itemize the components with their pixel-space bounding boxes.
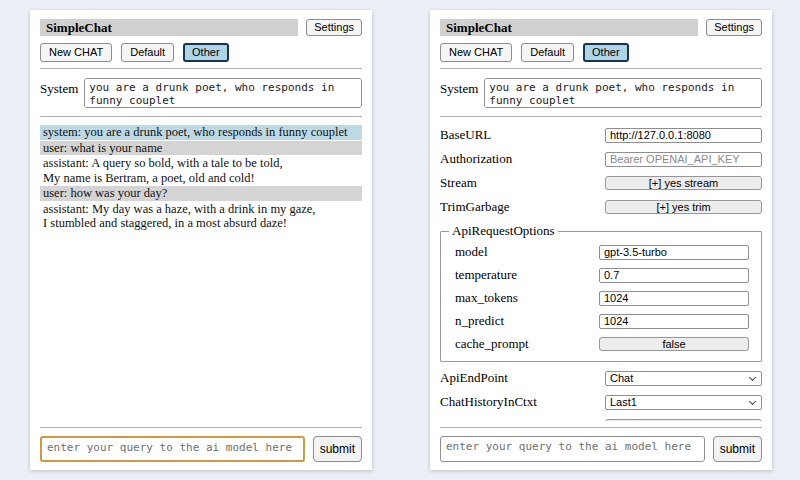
settings-form: BaseURL Authorization Stream [+] yes str…	[440, 127, 762, 421]
session-toolbar: New CHAT Default Other	[440, 43, 762, 62]
header: SimpleChat Settings	[40, 19, 362, 36]
authorization-input[interactable]	[605, 152, 762, 167]
new-chat-button[interactable]: New CHAT	[440, 43, 512, 62]
session-tab-other[interactable]: Other	[583, 43, 629, 62]
max-tokens-input[interactable]	[599, 291, 749, 306]
settings-button[interactable]: Settings	[706, 19, 762, 36]
chat-message-user: user: how was your day?	[40, 186, 362, 201]
setting-row-completion-fresh: CompletionFreshChatAlways [+] yes fresh	[440, 418, 762, 421]
query-row: submit	[40, 436, 362, 462]
setting-row-stream: Stream [+] yes stream	[440, 175, 762, 191]
divider	[440, 116, 762, 117]
model-label: model	[455, 244, 599, 260]
divider	[40, 427, 362, 428]
cache-prompt-toggle-button[interactable]: false	[599, 337, 749, 351]
stream-toggle-button[interactable]: [+] yes stream	[605, 176, 762, 190]
setting-row-model: model	[455, 244, 749, 260]
chat-message-system: system: you are a drunk poet, who respon…	[40, 125, 362, 140]
chevron-down-icon	[749, 373, 756, 380]
system-prompt-input[interactable]: you are a drunk poet, who responds in fu…	[484, 78, 762, 108]
api-endpoint-select[interactable]: Chat	[605, 371, 762, 386]
temperature-label: temperature	[455, 267, 599, 283]
stream-label: Stream	[440, 175, 605, 191]
system-label: System	[440, 78, 478, 97]
session-tab-default[interactable]: Default	[521, 43, 574, 62]
session-toolbar: New CHAT Default Other	[40, 43, 362, 62]
setting-row-trimgarbage: TrimGarbage [+] yes trim	[440, 199, 762, 215]
chat-history-value: Last1	[610, 396, 750, 408]
baseurl-input[interactable]	[605, 128, 762, 143]
chat-history-label: ChatHistoryInCtxt	[440, 394, 605, 410]
header: SimpleChat Settings	[440, 19, 762, 36]
settings-panel: SimpleChat Settings New CHAT Default Oth…	[430, 10, 772, 470]
divider	[440, 68, 762, 69]
setting-row-authorization: Authorization	[440, 151, 762, 167]
system-label: System	[40, 78, 78, 97]
completion-fresh-label: CompletionFreshChatAlways	[440, 418, 605, 421]
setting-row-baseurl: BaseURL	[440, 127, 762, 143]
n-predict-label: n_predict	[455, 313, 599, 329]
setting-row-n-predict: n_predict	[455, 313, 749, 329]
query-row: submit	[440, 436, 762, 462]
divider	[440, 427, 762, 428]
query-input[interactable]	[440, 436, 705, 462]
chat-panel: SimpleChat Settings New CHAT Default Oth…	[30, 10, 372, 470]
trimgarbage-label: TrimGarbage	[440, 199, 605, 215]
submit-button[interactable]: submit	[713, 436, 762, 462]
chevron-down-icon	[749, 397, 756, 404]
new-chat-button[interactable]: New CHAT	[40, 43, 112, 62]
api-request-options-legend: ApiRequestOptions	[449, 223, 558, 239]
system-prompt-row: System you are a drunk poet, who respond…	[440, 78, 762, 108]
setting-row-api-endpoint: ApiEndPoint Chat	[440, 370, 762, 386]
app-title: SimpleChat	[440, 19, 698, 36]
model-input[interactable]	[599, 245, 749, 260]
n-predict-input[interactable]	[599, 314, 749, 329]
query-input[interactable]	[40, 436, 305, 462]
settings-button[interactable]: Settings	[306, 19, 362, 36]
authorization-label: Authorization	[440, 151, 605, 167]
chat-history-select[interactable]: Last1	[605, 395, 762, 410]
submit-button[interactable]: submit	[313, 436, 362, 462]
divider	[40, 68, 362, 69]
app-title: SimpleChat	[40, 19, 298, 36]
chat-messages: system: you are a drunk poet, who respon…	[40, 125, 362, 421]
temperature-input[interactable]	[599, 268, 749, 283]
system-prompt-input[interactable]: you are a drunk poet, who responds in fu…	[84, 78, 362, 108]
trimgarbage-toggle-button[interactable]: [+] yes trim	[605, 200, 762, 214]
divider	[40, 116, 362, 117]
api-endpoint-value: Chat	[610, 372, 750, 384]
session-tab-default[interactable]: Default	[121, 43, 174, 62]
max-tokens-label: max_tokens	[455, 290, 599, 306]
setting-row-max-tokens: max_tokens	[455, 290, 749, 306]
chat-message-assistant: assistant: A query so bold, with a tale …	[40, 156, 362, 185]
api-endpoint-label: ApiEndPoint	[440, 370, 605, 386]
setting-row-cache-prompt: cache_prompt false	[455, 336, 749, 352]
setting-row-chat-history: ChatHistoryInCtxt Last1	[440, 394, 762, 410]
session-tab-other[interactable]: Other	[183, 43, 229, 62]
completion-fresh-toggle-button[interactable]: [+] yes fresh	[605, 419, 762, 421]
system-prompt-row: System you are a drunk poet, who respond…	[40, 78, 362, 108]
chat-message-user: user: what is your name	[40, 141, 362, 156]
baseurl-label: BaseURL	[440, 127, 605, 143]
api-request-options-fieldset: ApiRequestOptions model temperature max_…	[440, 223, 762, 362]
chat-message-assistant: assistant: My day was a haze, with a dri…	[40, 202, 362, 231]
setting-row-temperature: temperature	[455, 267, 749, 283]
cache-prompt-label: cache_prompt	[455, 336, 599, 352]
